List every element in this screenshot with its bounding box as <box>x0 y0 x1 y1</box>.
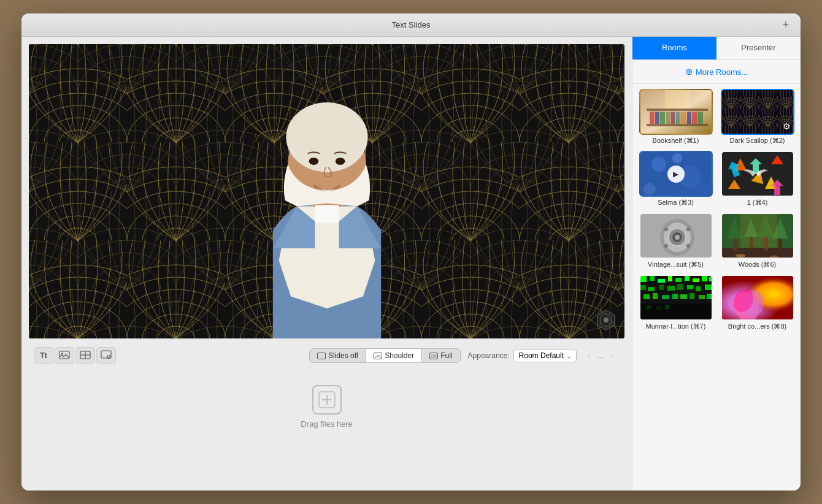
woods-thumb-svg <box>722 214 794 259</box>
svg-rect-45 <box>647 109 708 111</box>
room-thumb-vintage-suit <box>639 213 713 259</box>
settings-tool-button[interactable] <box>96 347 116 364</box>
room-item-bright[interactable]: Bright co...ers (⌘8) <box>719 275 796 332</box>
svg-rect-46 <box>650 112 655 124</box>
svg-point-27 <box>604 318 609 323</box>
svg-rect-114 <box>687 285 693 289</box>
next-arrow-button[interactable]: › <box>605 348 620 363</box>
svg-point-84 <box>664 244 668 248</box>
room-item-bookshelf[interactable]: Bookshelf (⌘1) <box>637 89 714 146</box>
bookshelf-thumb-svg <box>640 90 713 135</box>
window-title: Text Slides <box>392 20 431 29</box>
svg-point-69 <box>643 183 656 195</box>
svg-point-29 <box>61 353 63 354</box>
room-item-woods[interactable]: Woods (⌘6) <box>719 213 796 270</box>
more-rooms-label: More Rooms... <box>696 67 748 77</box>
svg-rect-52 <box>680 112 686 124</box>
svg-rect-128 <box>665 305 669 309</box>
svg-rect-96 <box>740 214 777 248</box>
prev-arrow-button[interactable]: ‹ <box>582 348 596 363</box>
slides-off-label: Slides off <box>328 351 358 360</box>
svg-rect-17 <box>29 44 624 338</box>
svg-point-67 <box>672 153 682 163</box>
svg-rect-44 <box>647 124 708 126</box>
vintagesuit-thumb-svg <box>640 214 713 259</box>
preview-scene <box>29 44 624 338</box>
room-thumb-woods <box>721 213 794 259</box>
svg-rect-115 <box>696 286 701 291</box>
svg-point-68 <box>693 180 710 197</box>
room-item-dark-scallop[interactable]: ⚙ Dark Scallop (⌘2) <box>719 89 796 146</box>
shoulder-icon <box>374 353 382 359</box>
svg-rect-38 <box>431 354 437 358</box>
svg-rect-101 <box>650 276 655 281</box>
svg-rect-112 <box>667 286 675 291</box>
svg-rect-120 <box>672 294 678 299</box>
svg-rect-105 <box>685 276 689 281</box>
svg-rect-111 <box>659 284 664 290</box>
svg-rect-87 <box>722 248 794 259</box>
svg-rect-50 <box>670 112 675 124</box>
room-item-selma[interactable]: ▶ Selma (⌘3) <box>637 151 714 208</box>
full-label: Full <box>440 351 452 360</box>
nav-dots: ... <box>597 351 604 360</box>
svg-rect-51 <box>676 112 680 124</box>
slides-off-button[interactable]: Slides off <box>310 349 366 362</box>
svg-rect-106 <box>693 278 699 282</box>
svg-rect-113 <box>677 284 683 290</box>
room-item-vintage-suit[interactable]: Vintage...suit (⌘5) <box>637 213 714 270</box>
preview-container <box>29 44 624 338</box>
more-rooms-button[interactable]: ⊕ More Rooms... <box>632 60 801 84</box>
layout-icon <box>80 351 91 361</box>
appearance-section: Appearance: Room Default ⌄ <box>468 349 577 362</box>
room1-thumb-svg <box>722 152 794 197</box>
shoulder-button[interactable]: Shoulder <box>366 349 422 362</box>
watermark-icon <box>595 309 617 331</box>
svg-rect-49 <box>666 112 670 124</box>
svg-rect-109 <box>640 285 646 290</box>
tab-rooms[interactable]: Rooms <box>632 37 716 59</box>
play-icon-selma: ▶ <box>667 166 685 183</box>
svg-rect-53 <box>687 112 691 124</box>
svg-rect-124 <box>707 294 712 299</box>
room-label-bright: Bright co...ers (⌘8) <box>721 321 794 332</box>
svg-rect-117 <box>643 294 650 299</box>
room-label-vintage-suit: Vintage...suit (⌘5) <box>639 259 713 270</box>
svg-rect-107 <box>702 276 707 281</box>
drop-text: Drag files here <box>301 419 353 429</box>
svg-rect-119 <box>662 295 669 299</box>
svg-rect-55 <box>697 112 703 124</box>
svg-rect-127 <box>656 307 662 310</box>
room-thumb-dark-scallop: ⚙ <box>721 89 794 135</box>
art-deco-svg <box>29 44 624 338</box>
room-label-bookshelf: Bookshelf (⌘1) <box>639 135 713 146</box>
drop-zone: Drag files here <box>29 373 624 441</box>
drop-icon <box>312 385 342 414</box>
svg-point-97 <box>736 254 745 258</box>
appearance-label: Appearance: <box>468 351 510 360</box>
room-item-1[interactable]: 1 (⌘4) <box>719 151 796 208</box>
appearance-select[interactable]: Room Default ⌄ <box>513 349 577 362</box>
add-button[interactable]: + <box>780 19 792 31</box>
room-label-munnar: Munnar-l...tion (⌘7) <box>639 321 713 332</box>
text-tool-button[interactable]: Tt <box>34 347 53 364</box>
gear-icon-dark-scallop: ⚙ <box>783 121 791 131</box>
svg-rect-28 <box>60 351 69 359</box>
watermark-svg <box>595 309 617 331</box>
full-button[interactable]: Full <box>422 349 459 362</box>
svg-rect-110 <box>648 287 655 291</box>
room-thumb-munnar <box>639 275 713 321</box>
rooms-grid: Bookshelf (⌘1) <box>632 84 801 337</box>
svg-rect-48 <box>659 112 665 124</box>
image-tool-button[interactable] <box>55 347 74 364</box>
tab-bar: Rooms Presenter <box>632 37 801 60</box>
room-label-selma: Selma (⌘3) <box>639 197 713 208</box>
svg-point-65 <box>651 157 666 172</box>
main-window: Text Slides + <box>21 13 801 491</box>
layout-tool-button[interactable] <box>75 347 95 364</box>
svg-point-85 <box>686 244 690 248</box>
bright-thumb-svg <box>722 276 794 321</box>
munnar-thumb-svg <box>640 276 713 321</box>
tab-presenter[interactable]: Presenter <box>716 37 801 59</box>
room-item-munnar[interactable]: Munnar-l...tion (⌘7) <box>637 275 714 332</box>
